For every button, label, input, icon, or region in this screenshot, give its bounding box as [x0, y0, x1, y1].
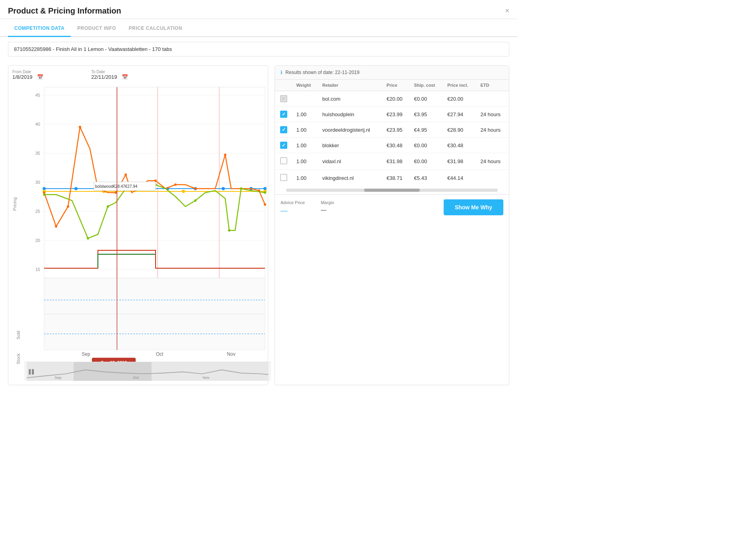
table-row: bol.com €20.00 €0.00 €20.00 — [275, 91, 509, 107]
close-button[interactable]: × — [505, 7, 509, 15]
row-checkbox-2[interactable] — [275, 122, 292, 138]
row-etd-1: 24 hours — [476, 107, 509, 122]
table-row: 1.00 vidaxl.nl €31.98 €0.00 €31.98 24 ho… — [275, 153, 509, 170]
col-price-incl: Price incl. — [443, 80, 476, 91]
svg-point-32 — [55, 225, 57, 228]
svg-point-46 — [43, 193, 45, 196]
row-weight-0 — [292, 91, 318, 107]
minimap[interactable]: Sep Oct Nov — [24, 362, 271, 381]
svg-text:45: 45 — [35, 93, 40, 97]
svg-point-36 — [115, 191, 117, 194]
table-row: 1.00 huishoudplein €23.99 €3.95 €27.94 2… — [275, 107, 509, 122]
svg-point-19 — [74, 187, 78, 190]
results-date-label: Results shown of date: 22-11-2019 — [285, 70, 359, 75]
svg-point-41 — [194, 187, 197, 190]
svg-text:35: 35 — [35, 151, 40, 156]
row-price-incl-0: €20.00 — [443, 91, 476, 107]
tab-price-calculation[interactable]: Price Calculation — [123, 21, 189, 37]
svg-point-18 — [43, 187, 46, 190]
advice-price-value: — — [281, 207, 305, 215]
competition-table: Weight Retailer Price Ship. cost Price i… — [275, 80, 509, 186]
from-date-field: From Date 1/8/2019 📅 — [12, 70, 43, 80]
svg-point-52 — [228, 229, 230, 232]
col-retailer: Retailer — [318, 80, 383, 91]
row-price-3: €30.48 — [383, 138, 410, 153]
row-price-0: €20.00 — [383, 91, 410, 107]
col-weight: Weight — [292, 80, 318, 91]
row-retailer-2: voordeeldrogisterij.nl — [318, 122, 383, 138]
advice-section: Advice Price — Margin — Show Me Why — [275, 194, 509, 220]
margin-value: — — [321, 207, 334, 213]
row-checkbox-1[interactable] — [275, 107, 292, 122]
table-scrollbar[interactable] — [275, 186, 509, 194]
svg-point-54 — [264, 191, 266, 194]
svg-rect-62 — [44, 278, 265, 314]
row-retailer-1: huishoudplein — [318, 107, 383, 122]
row-ship-cost-2: €4.95 — [410, 122, 444, 138]
chart-svg: 45 40 35 30 25 20 15 — [24, 83, 271, 362]
svg-text:30: 30 — [35, 180, 40, 185]
row-weight-1: 1.00 — [292, 107, 318, 122]
row-retailer-5: vikingdirect.nl — [318, 170, 383, 187]
show-me-why-button[interactable]: Show Me Why — [444, 199, 503, 215]
row-ship-cost-5: €5.43 — [410, 170, 444, 187]
svg-text:40: 40 — [35, 122, 40, 127]
svg-text:Sep: Sep — [82, 351, 90, 357]
row-etd-5 — [476, 170, 509, 187]
product-info-bar: 8710552285986 - Finish All in 1 Lemon - … — [8, 42, 509, 57]
row-price-5: €38.71 — [383, 170, 410, 187]
row-checkbox-0[interactable] — [275, 91, 292, 107]
svg-text:bolstwood€28.47€27.94: bolstwood€28.47€27.94 — [95, 184, 138, 189]
svg-point-24 — [222, 187, 225, 190]
row-price-2: €23.95 — [383, 122, 410, 138]
y-axis-sold-label: Sold — [16, 331, 21, 339]
row-price-1: €23.99 — [383, 107, 410, 122]
svg-point-47 — [87, 237, 89, 240]
row-price-incl-1: €27.94 — [443, 107, 476, 122]
svg-point-40 — [174, 183, 177, 186]
row-price-4: €31.98 — [383, 153, 410, 170]
y-axis-pricing-label: Pricing — [12, 197, 24, 211]
row-checkbox-4[interactable] — [275, 153, 292, 170]
dialog-header: Product & Pricing Information × — [0, 0, 517, 19]
svg-text:Nov: Nov — [227, 351, 235, 357]
svg-text:Oct: Oct — [156, 351, 164, 357]
svg-rect-79 — [32, 369, 34, 375]
advice-price-col: Advice Price — — [281, 200, 305, 215]
right-panel: ℹ Results shown of date: 22-11-2019 Weig… — [275, 65, 509, 385]
row-checkbox-5[interactable] — [275, 170, 292, 187]
row-ship-cost-1: €3.95 — [410, 107, 444, 122]
row-ship-cost-0: €0.00 — [410, 91, 444, 107]
tab-product-info[interactable]: Product Info — [71, 21, 122, 37]
svg-point-26 — [263, 187, 267, 190]
date-row: From Date 1/8/2019 📅 To Date 22/11/2019 … — [12, 70, 264, 80]
advice-price-label: Advice Price — [281, 200, 305, 205]
tabs-bar: Competition Data Product Info Price Calc… — [0, 21, 517, 37]
calendar-icon-to[interactable]: 📅 — [122, 74, 128, 80]
svg-point-53 — [240, 187, 242, 190]
results-header: ℹ Results shown of date: 22-11-2019 — [275, 66, 509, 80]
svg-text:Sep: Sep — [55, 375, 62, 380]
svg-point-48 — [107, 205, 109, 208]
row-weight-5: 1.00 — [292, 170, 318, 187]
row-price-incl-3: €30.48 — [443, 138, 476, 153]
row-ship-cost-4: €0.00 — [410, 153, 444, 170]
row-checkbox-3[interactable] — [275, 138, 292, 153]
tab-competition-data[interactable]: Competition Data — [8, 21, 71, 37]
table-row: 1.00 vikingdirect.nl €38.71 €5.43 €44.14 — [275, 170, 509, 187]
main-content: From Date 1/8/2019 📅 To Date 22/11/2019 … — [0, 61, 517, 389]
row-etd-0 — [476, 91, 509, 107]
row-weight-2: 1.00 — [292, 122, 318, 138]
svg-point-33 — [67, 205, 69, 208]
calendar-icon-from[interactable]: 📅 — [37, 74, 43, 80]
svg-rect-78 — [29, 369, 31, 375]
row-weight-3: 1.00 — [292, 138, 318, 153]
svg-text:15: 15 — [35, 267, 40, 272]
row-price-incl-4: €31.98 — [443, 153, 476, 170]
row-etd-3 — [476, 138, 509, 153]
row-etd-2: 24 hours — [476, 122, 509, 138]
margin-label: Margin — [321, 200, 334, 205]
info-icon: ℹ — [281, 70, 283, 75]
svg-text:Oct: Oct — [133, 375, 139, 380]
svg-point-37 — [125, 173, 127, 176]
